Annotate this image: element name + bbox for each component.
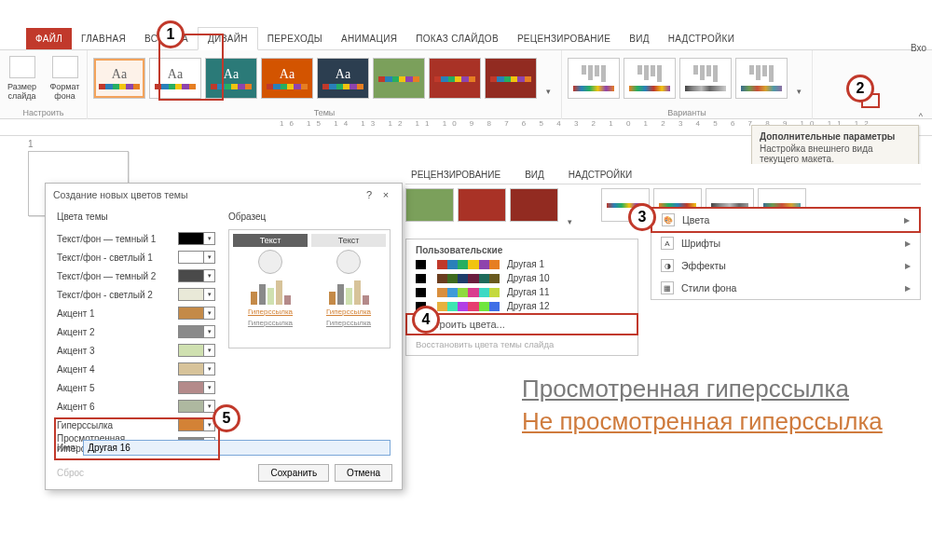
subtab-addins[interactable]: НАДСТРОЙКИ (563, 166, 637, 184)
color-dropdown-button[interactable]: ▾ (204, 344, 215, 357)
custom-color-row[interactable]: Другая 12 (406, 299, 637, 313)
theme-colors-label: Цвета темы (57, 212, 215, 222)
callout-frame-5 (54, 417, 220, 460)
variant-thumbnail[interactable] (624, 58, 676, 99)
theme-thumbnail[interactable] (429, 58, 481, 99)
unvisited-hyperlink-text: Не просмотренная гиперссылка (522, 405, 883, 438)
menu-colors-label: Цвета (682, 214, 709, 225)
customize-colors-item[interactable]: Настроить цвета... (405, 313, 638, 335)
color-swatch[interactable] (178, 269, 204, 282)
color-picker-row: Текст/фон — темный 1▾ (57, 229, 215, 248)
color-picker-row: Акцент 3▾ (57, 341, 215, 360)
variant-thumbnail[interactable] (568, 58, 620, 99)
themes-more-button[interactable]: ▾ (541, 58, 555, 99)
color-dropdown-button[interactable]: ▾ (204, 381, 215, 394)
color-swatch[interactable] (178, 251, 204, 264)
color-swatch[interactable] (178, 288, 204, 301)
dialog-close-button[interactable]: × (377, 189, 394, 200)
variants-dropdown: 🎨Цвета▶ AШрифты▶ ◑Эффекты▶ ▦Стили фона▶ (651, 207, 921, 300)
menu-fonts-label: Шрифты (681, 238, 720, 249)
save-button[interactable]: Сохранить (258, 464, 329, 482)
menu-effects[interactable]: ◑Эффекты▶ (651, 254, 920, 277)
ribbon: Размер слайда Формат фона Настроить Aa A… (0, 50, 932, 119)
menu-fonts[interactable]: AШрифты▶ (651, 232, 920, 254)
tab-file[interactable]: ФАЙЛ (26, 28, 72, 49)
variants-more-button[interactable]: ▾ (791, 58, 806, 99)
color-swatch[interactable] (178, 325, 204, 338)
group-setup-label: Настроить (0, 108, 87, 117)
subtab-review[interactable]: РЕЦЕНЗИРОВАНИЕ (405, 166, 506, 184)
color-swatch[interactable] (178, 381, 204, 394)
color-picker-row: Акцент 4▾ (57, 360, 215, 378)
tab-animations[interactable]: АНИМАЦИЯ (332, 28, 406, 49)
theme-thumbnail[interactable] (458, 188, 506, 222)
collapse-ribbon-icon[interactable]: ^ (919, 112, 923, 121)
theme-thumbnail[interactable] (373, 58, 425, 99)
custom-color-label: Другая 12 (507, 301, 550, 311)
tab-transitions[interactable]: ПЕРЕХОДЫ (258, 28, 332, 49)
tab-addins[interactable]: НАДСТРОЙКИ (659, 28, 744, 49)
cancel-button[interactable]: Отмена (335, 464, 392, 482)
menu-colors[interactable]: 🎨Цвета▶ (651, 207, 921, 233)
variant-thumbnail[interactable] (735, 58, 788, 99)
tab-view[interactable]: ВИД (620, 28, 659, 49)
themes-more-button[interactable]: ▾ (562, 188, 577, 229)
theme-thumbnail[interactable]: Aa (317, 58, 369, 99)
theme-thumbnail[interactable]: Aa (93, 58, 145, 99)
sample-visited-link: Гиперссылка (326, 319, 371, 327)
effects-icon: ◑ (661, 259, 674, 272)
color-dropdown-button[interactable]: ▾ (204, 269, 215, 282)
color-row-label: Акцент 6 (57, 402, 95, 412)
theme-thumbnail[interactable] (405, 188, 454, 222)
color-swatch[interactable] (178, 344, 204, 357)
subtab-view[interactable]: ВИД (519, 166, 550, 184)
color-dropdown-button[interactable]: ▾ (204, 325, 215, 338)
color-picker-row: Текст/фон - светлый 1▾ (57, 248, 215, 266)
custom-color-row[interactable]: Другая 1 (406, 257, 637, 271)
sample-caption: Текст (233, 234, 308, 247)
menu-bg-styles[interactable]: ▦Стили фона▶ (651, 277, 920, 299)
tab-home[interactable]: ГЛАВНАЯ (72, 28, 135, 49)
bg-styles-icon: ▦ (661, 281, 674, 294)
callout-badge-3: 3 (628, 203, 656, 231)
colors-submenu-header: Пользовательские (406, 239, 637, 257)
format-bg-button[interactable]: Формат фона (46, 54, 85, 102)
custom-color-row[interactable]: Другая 10 (406, 271, 637, 285)
color-dropdown-button[interactable]: ▾ (204, 288, 215, 301)
hyperlink-example: Просмотренная гиперссылка Не просмотренн… (522, 373, 883, 438)
sample-link: Гиперссылка (248, 307, 293, 316)
group-variants-label: Варианты (562, 108, 812, 117)
theme-thumbnail[interactable]: Aa (261, 58, 313, 99)
theme-thumbnail[interactable] (485, 58, 537, 99)
color-swatch[interactable] (178, 400, 204, 413)
dialog-title: Создание новых цветов темы (53, 189, 188, 200)
color-dropdown-button[interactable]: ▾ (204, 251, 215, 264)
color-swatch[interactable] (178, 232, 204, 245)
slide-size-label: Размер слайда (7, 82, 36, 101)
variants-gallery[interactable]: ▾ (568, 54, 806, 99)
tooltip-title: Дополнительные параметры (760, 131, 911, 142)
dialog-help-button[interactable]: ? (361, 189, 377, 200)
tooltip-body: Настройка внешнего вида текущего макета. (760, 143, 873, 164)
group-themes-label: Темы (88, 108, 561, 117)
color-dropdown-button[interactable]: ▾ (204, 307, 215, 320)
color-dropdown-button[interactable]: ▾ (204, 362, 215, 376)
color-picker-row: Акцент 5▾ (57, 378, 215, 397)
reset-theme-colors: Восстановить цвета темы слайда (406, 335, 637, 355)
slide-size-button[interactable]: Размер слайда (3, 54, 42, 102)
color-swatch[interactable] (178, 307, 204, 320)
color-row-label: Текст/фон — темный 1 (57, 234, 156, 244)
chevron-right-icon: ▶ (905, 239, 911, 248)
tab-slideshow[interactable]: ПОКАЗ СЛАЙДОВ (406, 28, 508, 49)
color-swatch[interactable] (178, 362, 204, 376)
color-picker-row: Акцент 2▾ (57, 322, 215, 341)
colors-submenu: Пользовательские Другая 1 Другая 10 Друг… (405, 239, 638, 356)
tab-review[interactable]: РЕЦЕНЗИРОВАНИЕ (508, 28, 620, 49)
reset-button[interactable]: Сброс (57, 468, 84, 478)
theme-thumbnail[interactable] (510, 188, 558, 222)
color-dropdown-button[interactable]: ▾ (204, 232, 215, 245)
custom-color-row[interactable]: Другая 11 (406, 285, 637, 299)
variant-thumbnail[interactable] (679, 58, 732, 99)
color-row-label: Текст/фон - светлый 2 (57, 290, 153, 300)
chevron-right-icon: ▶ (905, 284, 911, 293)
